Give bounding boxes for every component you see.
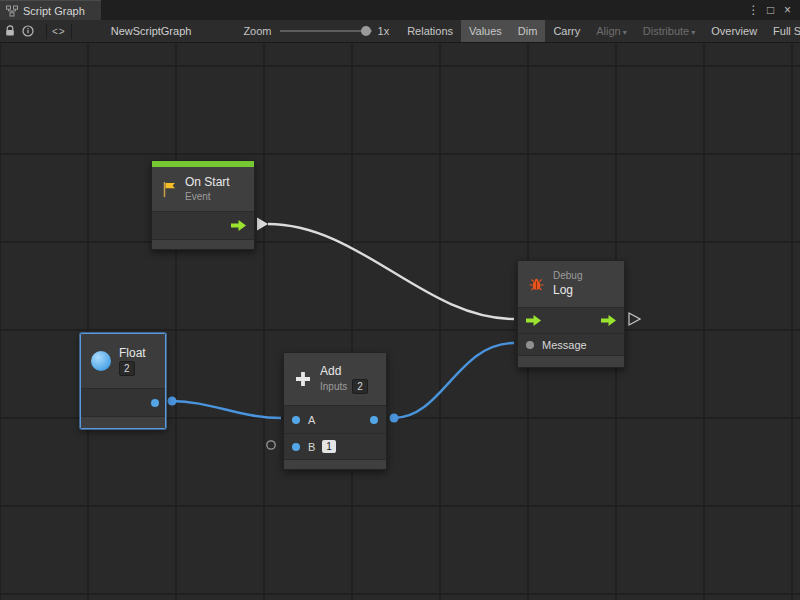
float-value-field[interactable]: 2 (119, 361, 135, 376)
value-output-port[interactable] (151, 399, 159, 407)
wire-endpoint-dot[interactable] (168, 397, 177, 406)
node-header: Debug Log (518, 261, 624, 307)
node-footer (284, 459, 386, 469)
zoom-slider[interactable] (280, 25, 372, 37)
toolbar-divider (71, 24, 72, 39)
message-input-row: Message (518, 333, 624, 355)
input-count-badge: 2 (352, 379, 368, 394)
port-b-value-field[interactable]: 1 (322, 440, 336, 453)
message-input-port[interactable] (526, 341, 534, 349)
node-title: Float (119, 346, 146, 360)
node-debug-log[interactable]: Debug Log Message (517, 260, 625, 368)
node-subtitle: Event (185, 191, 230, 203)
script-graph-icon (6, 5, 18, 17)
value-output-row (81, 388, 165, 416)
chevron-down-icon: ▾ (691, 28, 695, 37)
flow-wire-onstart-to-log[interactable] (268, 224, 514, 319)
flow-output-row (152, 211, 254, 239)
flow-output-port[interactable] (601, 315, 616, 326)
distribute-dropdown[interactable]: Distribute▾ (635, 20, 703, 43)
flow-output-port[interactable] (231, 220, 246, 231)
node-on-start[interactable]: On Start Event (151, 160, 255, 250)
tab-label: Script Graph (23, 5, 85, 17)
align-label: Align (596, 25, 620, 37)
window-controls: ⋮ □ × (745, 0, 800, 20)
input-port-b[interactable] (292, 443, 300, 451)
tab-script-graph[interactable]: Script Graph (0, 0, 101, 20)
info-icon[interactable] (22, 21, 34, 41)
node-footer (152, 239, 254, 249)
flow-output-arrow[interactable] (257, 218, 268, 231)
node-header: Add Inputs 2 (284, 353, 386, 405)
carry-button[interactable]: Carry (545, 20, 588, 43)
value-wire-add-to-message[interactable] (394, 343, 514, 418)
zoom-label: Zoom (243, 25, 271, 37)
lock-icon[interactable] (4, 21, 16, 41)
graph-name: NewScriptGraph (111, 25, 192, 37)
node-kicker: Debug (553, 270, 582, 282)
unconnected-input-port-circle[interactable] (267, 441, 275, 449)
values-button[interactable]: Values (461, 20, 510, 43)
unity-graph-window: Script Graph ⋮ □ × <> NewScriptGraph Zoo… (0, 0, 800, 600)
maximize-icon[interactable]: □ (762, 0, 779, 20)
float-type-icon (91, 351, 111, 371)
node-footer (518, 355, 624, 367)
graph-canvas[interactable]: On Start Event (0, 43, 800, 600)
port-a-label: A (308, 414, 315, 426)
plus-icon (294, 370, 312, 388)
connection-wires-layer (0, 43, 800, 600)
toolbar-divider (46, 24, 47, 39)
align-dropdown[interactable]: Align▾ (588, 20, 634, 43)
flow-row (518, 307, 624, 333)
value-wire-float-to-add[interactable] (172, 401, 281, 418)
bug-icon (528, 277, 545, 292)
zoom-slider-knob[interactable] (361, 26, 371, 36)
node-add[interactable]: Add Inputs 2 A B 1 (283, 352, 387, 470)
value-output-port[interactable] (370, 416, 378, 424)
relations-button[interactable]: Relations (399, 20, 461, 43)
flag-icon (162, 181, 177, 198)
message-port-label: Message (542, 339, 587, 351)
input-row-b: B 1 (284, 433, 386, 459)
chevron-down-icon: ▾ (623, 28, 627, 37)
overview-button[interactable]: Overview (703, 20, 765, 43)
distribute-label: Distribute (643, 25, 689, 37)
code-icon[interactable]: <> (52, 21, 66, 41)
wire-endpoint-dot[interactable] (390, 414, 399, 423)
node-footer (81, 416, 165, 428)
flow-output-port-triangle[interactable] (629, 313, 640, 325)
zoom-value: 1x (378, 25, 390, 37)
node-subtitle: Inputs (320, 381, 347, 393)
node-header: Float 2 (81, 334, 165, 388)
port-b-label: B (308, 441, 315, 453)
node-title: Add (320, 364, 368, 378)
node-header: On Start Event (152, 167, 254, 211)
node-title: Log (553, 283, 582, 297)
fullscreen-button[interactable]: Full S (765, 20, 800, 43)
titlebar: Script Graph ⋮ □ × (0, 0, 800, 20)
node-float[interactable]: Float 2 (80, 333, 166, 429)
flow-input-port[interactable] (526, 315, 541, 326)
input-port-a[interactable] (292, 416, 300, 424)
close-icon[interactable]: × (779, 0, 796, 20)
dim-button[interactable]: Dim (510, 20, 546, 43)
input-row-a: A (284, 405, 386, 433)
window-menu-icon[interactable]: ⋮ (745, 0, 762, 20)
node-title: On Start (185, 175, 230, 189)
zoom-slider-track[interactable] (280, 30, 372, 32)
graph-toolbar: <> NewScriptGraph Zoom 1x Relations Valu… (0, 20, 800, 43)
